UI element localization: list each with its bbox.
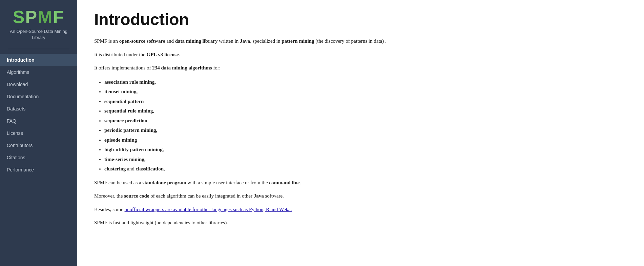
feature-bold-sequential-rule: sequential rule mining, bbox=[104, 108, 154, 114]
feature-bold-clustering: clustering bbox=[104, 166, 126, 171]
sidebar-item-datasets[interactable]: Datasets bbox=[0, 103, 77, 115]
intro-p3-suffix: for: bbox=[212, 65, 221, 70]
source-paragraph: Moreover, the source code of each algori… bbox=[94, 192, 627, 201]
sidebar: SPMF An Open-Source Data Mining Library … bbox=[0, 0, 77, 266]
standalone-bold2: command line bbox=[269, 180, 299, 185]
feature-item-episode: episode mining bbox=[104, 135, 627, 145]
nav-list: Introduction Algorithms Download Documen… bbox=[0, 54, 77, 176]
intro-p2-text: It is distributed under the GPL v3 licen… bbox=[94, 52, 180, 57]
sidebar-item-documentation[interactable]: Documentation bbox=[0, 90, 77, 103]
feature-bold-periodic: periodic pattern mining, bbox=[104, 127, 157, 133]
standalone-prefix: SPMF can be used as a bbox=[94, 180, 143, 185]
source-prefix: Moreover, the bbox=[94, 193, 124, 199]
intro-p1-bold1: open-source software bbox=[119, 38, 165, 44]
intro-paragraph-1: SPMF is an open-source software and data… bbox=[94, 37, 627, 46]
sidebar-item-algorithms[interactable]: Algorithms bbox=[0, 66, 77, 78]
intro-p3-prefix: It offers implementations of bbox=[94, 65, 152, 70]
sidebar-link-performance[interactable]: Performance bbox=[0, 164, 77, 176]
sidebar-item-faq[interactable]: FAQ bbox=[0, 115, 77, 127]
feature-item-high-utility: high-utility pattern mining, bbox=[104, 145, 627, 155]
standalone-mid: with a simple user interface or from the bbox=[186, 180, 269, 185]
page-title: Introduction bbox=[94, 10, 627, 29]
sidebar-item-download[interactable]: Download bbox=[0, 78, 77, 90]
logo: SPMF bbox=[5, 8, 72, 26]
sidebar-item-contributors[interactable]: Contributors bbox=[0, 139, 77, 151]
lightweight-paragraph: SPMF is fast and lightweight (no depende… bbox=[94, 219, 627, 227]
sidebar-link-datasets[interactable]: Datasets bbox=[0, 103, 77, 115]
standalone-bold1: standalone program bbox=[143, 180, 186, 185]
sidebar-link-license[interactable]: License bbox=[0, 127, 77, 139]
logo-letter-p: P bbox=[25, 7, 38, 27]
feature-item-itemset: itemset mining, bbox=[104, 87, 627, 97]
main-content: Introduction SPMF is an open-source soft… bbox=[77, 0, 644, 266]
intro-paragraph-3: It offers implementations of 234 data mi… bbox=[94, 64, 627, 73]
intro-p1-mid2: written in bbox=[218, 38, 240, 44]
source-bold2: Java bbox=[254, 193, 264, 199]
source-bold: source code bbox=[124, 193, 149, 199]
intro-p3-bold: 234 data mining algorithms bbox=[152, 65, 212, 70]
intro-paragraph-2: It is distributed under the GPL v3 licen… bbox=[94, 50, 627, 59]
feature-bold-sequential-pattern: sequential pattern bbox=[104, 99, 144, 104]
sidebar-link-citations[interactable]: Citations bbox=[0, 151, 77, 164]
wrappers-prefix: Besides, some bbox=[94, 207, 125, 212]
logo-letter-s: S bbox=[13, 7, 25, 27]
feature-item-time-series: time-series mining, bbox=[104, 155, 627, 164]
feature-bold-episode: episode mining bbox=[104, 137, 137, 143]
sidebar-link-faq[interactable]: FAQ bbox=[0, 115, 77, 127]
source-suffix: software. bbox=[264, 193, 284, 199]
feature-bold-classification: classification bbox=[136, 166, 164, 171]
logo-letter-f: F bbox=[53, 7, 64, 27]
sidebar-link-algorithms[interactable]: Algorithms bbox=[0, 66, 77, 78]
sidebar-item-citations[interactable]: Citations bbox=[0, 151, 77, 164]
standalone-suffix: . bbox=[300, 180, 301, 185]
feature-item-sequential-pattern: sequential pattern bbox=[104, 97, 627, 106]
wrappers-paragraph: Besides, some unofficial wrappers are av… bbox=[94, 205, 627, 214]
feature-bold-itemset: itemset mining, bbox=[104, 89, 138, 94]
sidebar-divider bbox=[8, 49, 69, 49]
wrappers-link[interactable]: unofficial wrappers are available for ot… bbox=[125, 207, 292, 212]
feature-item-sequential-rule: sequential rule mining, bbox=[104, 106, 627, 116]
sidebar-item-performance[interactable]: Performance bbox=[0, 164, 77, 176]
intro-p1-bold3: Java bbox=[240, 38, 250, 44]
intro-p1-prefix: SPMF is an bbox=[94, 38, 119, 44]
intro-p1-mid1: and bbox=[165, 38, 175, 44]
feature-bold-sequence-prediction: sequence prediction bbox=[104, 118, 147, 123]
intro-p1-mid3: , specialized in bbox=[250, 38, 282, 44]
sidebar-link-introduction[interactable]: Introduction bbox=[0, 54, 77, 66]
feature-bold-time-series: time-series mining, bbox=[104, 157, 146, 162]
sidebar-link-download[interactable]: Download bbox=[0, 78, 77, 90]
intro-p1-bold4: pattern mining bbox=[282, 38, 314, 44]
logo-letter-m: M bbox=[38, 7, 53, 27]
feature-item-association: association rule mining, bbox=[104, 77, 627, 87]
intro-p1-suffix: (the discovery of patterns in data) . bbox=[314, 38, 386, 44]
feature-item-clustering: clustering and classification, bbox=[104, 164, 627, 174]
sidebar-item-license[interactable]: License bbox=[0, 127, 77, 139]
intro-p1-bold2: data mining library bbox=[175, 38, 218, 44]
feature-bold-high-utility: high-utility pattern mining, bbox=[104, 147, 164, 152]
sidebar-item-introduction[interactable]: Introduction bbox=[0, 54, 77, 66]
lightweight-text: SPMF is fast and lightweight (no depende… bbox=[94, 220, 228, 225]
sidebar-link-documentation[interactable]: Documentation bbox=[0, 90, 77, 103]
feature-item-periodic: periodic pattern mining, bbox=[104, 125, 627, 135]
standalone-paragraph: SPMF can be used as a standalone program… bbox=[94, 179, 627, 187]
feature-item-sequence-prediction: sequence prediction, bbox=[104, 116, 627, 126]
feature-bold-association: association rule mining, bbox=[104, 79, 156, 85]
logo-subtitle: An Open-Source Data Mining Library bbox=[5, 28, 72, 41]
feature-list: association rule mining, itemset mining,… bbox=[104, 77, 627, 174]
logo-area: SPMF An Open-Source Data Mining Library bbox=[0, 0, 77, 44]
source-mid: of each algorithm can be easily integrat… bbox=[149, 193, 253, 199]
sidebar-link-contributors[interactable]: Contributors bbox=[0, 139, 77, 151]
